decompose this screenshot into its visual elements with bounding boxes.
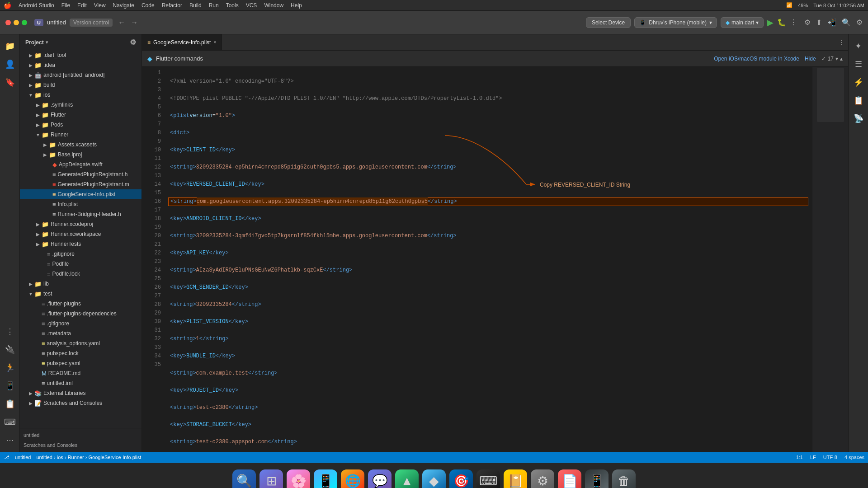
tree-item-metadata[interactable]: ▶ ≡ .metadata (20, 328, 142, 338)
menu-build[interactable]: Build (189, 2, 202, 9)
ide-settings-icon[interactable]: ⚙ (856, 18, 863, 27)
line-ending[interactable]: LF (810, 455, 816, 460)
version-control-button[interactable]: Version control (70, 19, 113, 27)
tree-item-dart-tool[interactable]: ▶ 📁 .dart_tool (20, 50, 142, 60)
tree-item-googleservice[interactable]: ▶ ≡ GoogleService-Info.plist (20, 189, 142, 199)
right-action-2[interactable]: ☰ (850, 56, 867, 72)
close-window-button[interactable] (5, 20, 11, 25)
tree-item-bridging[interactable]: ▶ ≡ Runner-Bridging-Header.h (20, 209, 142, 219)
menu-navigate[interactable]: Navigate (113, 2, 134, 9)
main-dart-button[interactable]: ◆ main.dart ▾ (721, 17, 764, 28)
open-ios-link[interactable]: Open iOS/macOS module in Xcode (714, 56, 799, 62)
tree-item-pubspec-yaml[interactable]: ▶ ≡ pubspec.yaml (20, 358, 142, 368)
dock-notes[interactable]: 📔 (504, 469, 527, 488)
tree-item-base[interactable]: ▶ 📁 Base.lproj (20, 150, 142, 160)
tree-item-ios[interactable]: ▼ 📁 ios (20, 90, 142, 100)
tree-item-gitignore-ios[interactable]: ▶ ≡ .gitignore (20, 249, 142, 259)
tree-item-flutter-plugins-deps[interactable]: ▶ ≡ .flutter-plugins-dependencies (20, 309, 142, 319)
forward-button[interactable]: → (131, 19, 138, 27)
tree-item-appdelegate[interactable]: ▶ ◆ AppDelegate.swift (20, 160, 142, 169)
tree-item-scratches[interactable]: ▶ 📝 Scratches and Consoles (20, 398, 142, 408)
dock-system-prefs[interactable]: ⚙ (531, 469, 554, 488)
settings-icon[interactable]: ⚙ (804, 18, 811, 27)
menu-file[interactable]: File (61, 2, 70, 9)
menu-edit[interactable]: Edit (77, 2, 87, 9)
minimize-window-button[interactable] (14, 20, 19, 25)
menu-tools[interactable]: Tools (226, 2, 239, 9)
breadcrumb-root[interactable]: untitled (36, 455, 52, 460)
tree-item-external-libraries[interactable]: ▶ 📚 External Libraries (20, 388, 142, 398)
device-icon-left[interactable]: 📱 (2, 378, 18, 394)
tree-item-test[interactable]: ▼ 📁 test (20, 289, 142, 299)
right-action-4[interactable]: 📋 (850, 92, 867, 108)
tree-item-flutter-plugins[interactable]: ▶ ≡ .flutter-plugins (20, 299, 142, 309)
breadcrumb-runner[interactable]: Runner (68, 455, 84, 460)
tree-item-symlinks[interactable]: ▶ 📁 .symlinks (20, 100, 142, 110)
dock-slack[interactable]: 💬 (368, 469, 392, 488)
device-mirror-icon[interactable]: 📲 (827, 18, 836, 27)
menu-view[interactable]: View (94, 2, 106, 9)
right-action-3[interactable]: ⚡ (850, 74, 867, 90)
more-tools-icon[interactable]: ⋯ (2, 432, 18, 448)
menu-android-studio[interactable]: Android Studio (19, 2, 54, 9)
project-panel-header[interactable]: Project ▾ ⚙ (20, 34, 142, 50)
dock-terminal[interactable]: ⌨ (476, 469, 500, 488)
structure-icon[interactable]: ⋮ (2, 324, 18, 340)
tree-item-pubspec-lock[interactable]: ▶ ≡ pubspec.lock (20, 348, 142, 358)
maximize-window-button[interactable] (22, 20, 27, 25)
breadcrumb-file[interactable]: GoogleService-Info.plist (89, 455, 142, 460)
tree-item-podfile[interactable]: ▶ ≡ Podfile (20, 259, 142, 269)
dock-pages[interactable]: 📄 (558, 469, 581, 488)
menu-help[interactable]: Help (291, 2, 302, 9)
menu-code[interactable]: Code (142, 2, 155, 9)
tab-googleservice[interactable]: ≡ GoogleService-Info.plist × (142, 34, 222, 50)
tab-close-button[interactable]: × (213, 40, 216, 45)
dock-trash[interactable]: 🗑 (612, 469, 636, 488)
tree-item-podfile-lock[interactable]: ▶ ≡ Podfile.lock (20, 269, 142, 279)
run-button[interactable]: ▶ (767, 18, 774, 28)
tree-item-pods[interactable]: ▶ 📁 Pods (20, 120, 142, 130)
tree-item-generated-m[interactable]: ▶ ≡ GeneratedPluginRegistrant.m (20, 179, 142, 189)
tree-item-idea[interactable]: ▶ 📁 .idea (20, 60, 142, 70)
tree-item-assets[interactable]: ▶ 📁 Assets.xcassets (20, 140, 142, 150)
right-action-5[interactable]: 📡 (850, 110, 867, 127)
menu-window[interactable]: Window (264, 2, 283, 9)
position-indicator[interactable]: 1:1 (796, 455, 803, 460)
dock-launchpad[interactable]: ⊞ (259, 469, 283, 488)
charset-indicator[interactable]: UTF-8 (823, 455, 837, 460)
tree-item-xcworkspace[interactable]: ▶ 📁 Runner.xcworkspace (20, 229, 142, 239)
search-everywhere-icon[interactable]: 🔍 (842, 18, 851, 27)
apple-menu[interactable]: 🍎 (4, 2, 11, 9)
tree-item-flutter[interactable]: ▶ 📁 Flutter (20, 110, 142, 120)
share-icon[interactable]: ⬆ (816, 18, 822, 27)
bookmark-icon[interactable]: 🔖 (2, 74, 18, 90)
indent-indicator[interactable]: 4 spaces (844, 455, 864, 460)
more-options-button[interactable]: ⋮ (790, 18, 797, 27)
tree-item-runnertests[interactable]: ▶ 📁 RunnerTests (20, 239, 142, 249)
project-panel-icon[interactable]: 📁 (2, 38, 18, 54)
tree-item-build[interactable]: ▶ 📁 build (20, 80, 142, 90)
dock-android-studio[interactable]: ▲ (395, 469, 419, 488)
menu-vcs[interactable]: VCS (246, 2, 257, 9)
minimap[interactable] (812, 67, 848, 452)
terminal-icon[interactable]: ⌨ (2, 414, 18, 430)
git-icon[interactable]: 👤 (2, 56, 18, 72)
tree-item-readme[interactable]: ▶ M README.md (20, 368, 142, 378)
flutter-icon-left[interactable]: 🏃 (2, 360, 18, 376)
select-device-button[interactable]: Select Device (586, 17, 631, 28)
code-content[interactable]: <?xml version="1.0" encoding="UTF-8"?> <… (165, 67, 812, 452)
logcat-icon[interactable]: 📋 (2, 396, 18, 412)
plugin-icon[interactable]: 🔌 (2, 342, 18, 358)
tree-item-runner[interactable]: ▼ 📁 Runner (20, 130, 142, 140)
project-settings-icon[interactable]: ⚙ (130, 38, 136, 47)
tree-item-analysis-options[interactable]: ▶ ≡ analysis_options.yaml (20, 338, 142, 348)
menu-run[interactable]: Run (209, 2, 219, 9)
right-action-1[interactable]: ✦ (850, 38, 867, 54)
tree-item-xcodeproj[interactable]: ▶ 📁 Runner.xcodeproj (20, 219, 142, 229)
tree-item-android[interactable]: ▶ 🤖 android [untitled_android] (20, 70, 142, 80)
dock-flutter[interactable]: ◆ (422, 469, 446, 488)
menu-refactor[interactable]: Refactor (162, 2, 182, 9)
dock-finder[interactable]: 🔍 (232, 469, 256, 488)
hide-button[interactable]: Hide (805, 56, 816, 62)
tree-item-generated-h[interactable]: ▶ ≡ GeneratedPluginRegistrant.h (20, 169, 142, 179)
